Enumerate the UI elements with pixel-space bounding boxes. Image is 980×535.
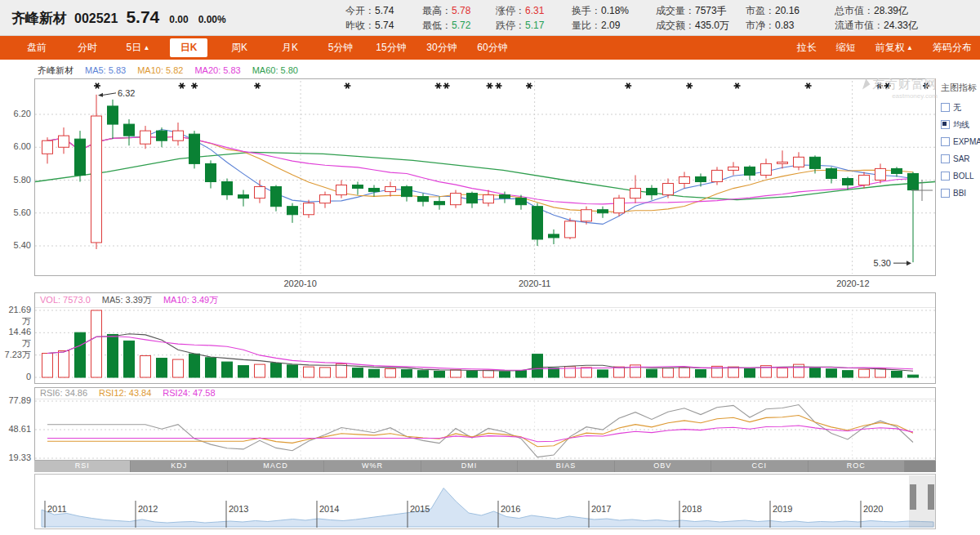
event-marker-icon[interactable] bbox=[191, 83, 198, 89]
event-marker-icon[interactable] bbox=[344, 83, 350, 89]
candle-body bbox=[565, 221, 576, 238]
overlay-option[interactable]: 均线 bbox=[941, 116, 978, 133]
event-marker-icon[interactable] bbox=[884, 83, 891, 89]
checkbox-icon[interactable] bbox=[941, 137, 950, 146]
stat-label: 最高： bbox=[422, 5, 452, 16]
indicator-tab[interactable]: KDJ bbox=[131, 461, 227, 472]
indicator-tab[interactable]: RSI bbox=[34, 461, 131, 472]
event-marker-icon[interactable] bbox=[254, 83, 261, 89]
indicator-tab[interactable]: BIAS bbox=[518, 461, 614, 472]
indicator-tab[interactable]: CCI bbox=[711, 461, 808, 472]
volume-bar bbox=[402, 370, 412, 377]
stat-label: 市盈： bbox=[746, 5, 775, 16]
main-legend-title: 齐峰新材 bbox=[38, 65, 74, 75]
nav-tab[interactable]: 5日 ▲ bbox=[113, 41, 163, 55]
nav-tool-button[interactable]: 拉长 bbox=[797, 41, 817, 55]
nav-tab[interactable]: 分时 bbox=[62, 41, 113, 55]
timeline-chart[interactable]: 2011201220132014201520162017201820192020 bbox=[35, 475, 935, 528]
rsi-chart[interactable] bbox=[35, 399, 935, 460]
candle-body bbox=[59, 136, 69, 147]
nav-tab[interactable]: 30分钟 bbox=[416, 41, 467, 55]
event-marker-icon[interactable] bbox=[487, 83, 493, 89]
nav-tool-button[interactable]: 缩短 bbox=[836, 41, 856, 55]
candle-body bbox=[238, 195, 249, 198]
event-marker-icon[interactable] bbox=[734, 83, 741, 89]
candle-body bbox=[843, 178, 853, 185]
candle-body bbox=[42, 140, 53, 154]
overlay-option-label: SAR bbox=[953, 154, 970, 163]
volume-bar bbox=[516, 371, 527, 377]
event-marker-icon[interactable] bbox=[496, 83, 502, 89]
volume-bar bbox=[108, 334, 118, 377]
volume-bar bbox=[287, 365, 298, 377]
event-marker-icon[interactable] bbox=[443, 83, 450, 89]
volume-bar bbox=[173, 359, 184, 377]
quote-stat: 昨收：5.74 bbox=[345, 18, 394, 33]
overlay-option[interactable]: 无 bbox=[941, 99, 978, 116]
nav-tool-button[interactable]: 筹码分布 bbox=[933, 41, 972, 55]
event-marker-icon[interactable] bbox=[876, 83, 883, 89]
candle-body bbox=[728, 167, 739, 170]
indicator-tab[interactable]: W%R bbox=[324, 461, 421, 472]
axis-tick-label: 19.33 bbox=[0, 452, 31, 463]
quote-stat-column: 涨停：6.31跌停：5.17 bbox=[496, 3, 544, 33]
indicator-tab[interactable]: OBV bbox=[615, 461, 711, 472]
indicator-tab[interactable]: ROC bbox=[808, 461, 905, 472]
event-marker-icon[interactable] bbox=[179, 83, 185, 89]
nav-tab[interactable]: 15分钟 bbox=[366, 41, 416, 55]
volume-bar bbox=[271, 363, 282, 377]
event-marker-icon[interactable] bbox=[435, 83, 442, 89]
volume-chart[interactable] bbox=[35, 308, 935, 384]
event-marker-icon[interactable] bbox=[526, 83, 532, 89]
timeline-handle-right[interactable] bbox=[928, 484, 934, 510]
nav-tab[interactable]: 日K bbox=[170, 38, 207, 57]
timeline-handle-left[interactable] bbox=[910, 484, 916, 510]
nav-tab[interactable]: 月K bbox=[265, 41, 315, 55]
year-tick-label: 2015 bbox=[410, 504, 430, 514]
volume-bar bbox=[157, 359, 167, 377]
event-marker-icon[interactable] bbox=[686, 83, 693, 89]
ma-legend-item: MA10: 5.82 bbox=[137, 65, 183, 75]
overlay-option[interactable]: BOLL bbox=[941, 167, 978, 185]
year-tick-label: 2017 bbox=[591, 504, 611, 514]
volume-legend-item: MA5: 3.39万 bbox=[102, 295, 152, 305]
checkbox-icon[interactable] bbox=[941, 120, 950, 129]
volume-bar bbox=[59, 350, 69, 377]
event-marker-icon[interactable] bbox=[94, 83, 100, 89]
nav-tab[interactable]: 60分钟 bbox=[467, 41, 518, 55]
event-marker-icon[interactable] bbox=[625, 83, 631, 89]
checkbox-icon[interactable] bbox=[941, 189, 950, 198]
candle-body bbox=[418, 197, 429, 202]
overlay-option[interactable]: EXPMA bbox=[941, 133, 978, 150]
indicator-tab[interactable]: DMI bbox=[421, 461, 518, 472]
overlay-option[interactable]: BBI bbox=[941, 185, 978, 202]
nav-tab[interactable]: 周K bbox=[214, 41, 265, 55]
checkbox-icon[interactable] bbox=[941, 103, 950, 112]
nav-tab[interactable]: 5分钟 bbox=[315, 41, 366, 55]
indicator-tab[interactable]: MACD bbox=[228, 461, 324, 472]
rsi-legend-item: RSI6: 34.86 bbox=[40, 388, 87, 398]
volume-bar bbox=[42, 354, 53, 377]
event-marker-icon[interactable] bbox=[805, 83, 812, 89]
event-marker-icon[interactable] bbox=[923, 83, 929, 89]
stock-chart-app: 齐峰新材 002521 5.74 0.00 0.00% 今开：5.74昨收：5.… bbox=[0, 0, 980, 535]
volume-bar bbox=[614, 367, 625, 377]
quote-stat: 最低：5.72 bbox=[422, 18, 470, 33]
checkbox-icon[interactable] bbox=[941, 172, 950, 181]
quote-stat: 总市值：28.39亿 bbox=[835, 3, 918, 18]
candle-body bbox=[483, 195, 494, 203]
axis-tick-label: 77.89 bbox=[0, 395, 31, 406]
nav-tab[interactable]: 盘前 bbox=[11, 41, 62, 55]
year-tick-label: 2016 bbox=[501, 504, 520, 514]
volume-bar bbox=[598, 370, 608, 377]
quote-stat-column: 今开：5.74昨收：5.74 bbox=[345, 3, 394, 33]
checkbox-icon[interactable] bbox=[941, 154, 950, 163]
candle-body bbox=[794, 157, 804, 167]
overlay-option[interactable]: SAR bbox=[941, 150, 978, 167]
nav-tool-adjust[interactable]: 前复权 ▲ bbox=[875, 41, 913, 55]
candle-body bbox=[908, 173, 919, 189]
candle-body bbox=[745, 167, 755, 175]
candle-body bbox=[385, 187, 396, 192]
stock-name: 齐峰新材 bbox=[11, 9, 67, 28]
candlestick-chart[interactable]: 6.325.30 bbox=[35, 79, 935, 275]
